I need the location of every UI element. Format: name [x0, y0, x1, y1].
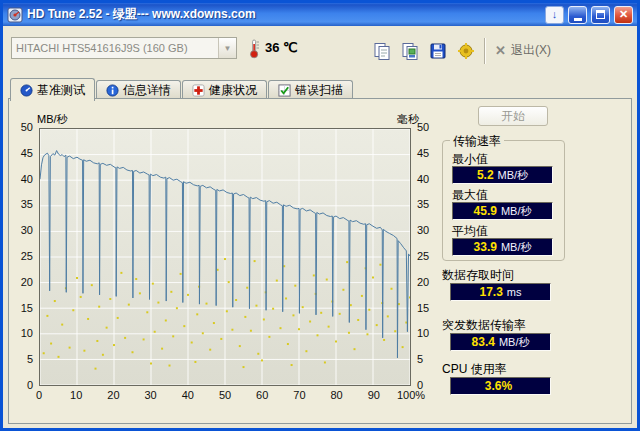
burst-rate-unit: MB/秒 — [499, 335, 530, 350]
benchmark-panel: MB/秒 毫秒 50454035302520151050 50454035302… — [8, 98, 632, 424]
transfer-rate-group-title: 传输速率 — [450, 133, 504, 150]
titlebar[interactable]: HD Tune 2.52 - 绿盟--- www.xdowns.com ↓ ✕ — [3, 3, 637, 26]
max-value-display: 45.9 MB/秒 — [452, 202, 553, 220]
tick-label: 90 — [368, 389, 380, 401]
tick-label: 10 — [417, 327, 429, 339]
tick-label: 30 — [21, 224, 33, 236]
minimize-icon — [574, 18, 582, 21]
min-unit: MB/秒 — [498, 168, 529, 183]
transfer-rate-group: 传输速率 最小值 5.2 MB/秒 最大值 45.9 MB/秒 平均值 33.9… — [442, 140, 565, 261]
tab-health[interactable]: 健康状况 — [182, 80, 267, 100]
tick-label: 25 — [417, 250, 429, 262]
y-axis-left-ticks: 50454035302520151050 — [9, 128, 36, 386]
tick-label: 0 — [27, 379, 33, 391]
minimize-button[interactable] — [568, 6, 587, 24]
copy-text-icon — [373, 42, 391, 60]
drive-select-value: HITACHI HTS541616J9S (160 GB) — [12, 38, 218, 58]
thermometer-icon — [248, 38, 261, 59]
save-icon — [429, 42, 447, 60]
tick-label: 50 — [219, 389, 231, 401]
tick-label: 5 — [27, 353, 33, 365]
tab-benchmark-label: 基准测试 — [37, 82, 85, 99]
right-axis-unit: 毫秒 — [397, 112, 419, 127]
tab-error-scan[interactable]: 错误扫描 — [268, 80, 353, 100]
tick-label: 20 — [21, 276, 33, 288]
tick-label: 60 — [256, 389, 268, 401]
tick-label: 10 — [21, 327, 33, 339]
tick-label: 20 — [417, 276, 429, 288]
tick-label: 50 — [21, 121, 33, 133]
avg-unit: MB/秒 — [501, 240, 532, 255]
tick-label: 45 — [21, 147, 33, 159]
tab-info[interactable]: 信息详情 — [96, 80, 181, 100]
tick-label: 80 — [330, 389, 342, 401]
access-time-unit: ms — [507, 286, 522, 298]
y-axis-right-ticks: 50454035302520151050 — [414, 128, 440, 386]
app-icon — [7, 7, 23, 23]
tick-label: 35 — [21, 198, 33, 210]
tick-label: 25 — [21, 250, 33, 262]
tab-error-scan-label: 错误扫描 — [295, 82, 343, 99]
info-icon — [106, 84, 119, 97]
tick-label: 0 — [36, 389, 42, 401]
tick-label: 100% — [397, 389, 425, 401]
x-axis-ticks: 0102030405060708090100% — [39, 389, 411, 403]
tick-label: 20 — [107, 389, 119, 401]
scan-check-icon — [278, 84, 291, 97]
copy-image-icon — [401, 42, 419, 60]
left-axis-unit: MB/秒 — [37, 112, 68, 127]
maximize-button[interactable] — [591, 6, 610, 24]
options-button[interactable] — [453, 38, 479, 64]
tick-label: 40 — [182, 389, 194, 401]
benchmark-chart-svg — [40, 129, 410, 385]
access-time-label: 数据存取时间 — [442, 267, 514, 284]
options-gear-icon — [457, 42, 475, 60]
start-button[interactable]: 开始 — [478, 106, 548, 126]
tick-label: 5 — [417, 353, 423, 365]
copy-text-button[interactable] — [369, 38, 395, 64]
tab-info-label: 信息详情 — [123, 82, 171, 99]
close-button[interactable]: ✕ — [614, 6, 633, 24]
cpu-usage-display: 3.6% — [450, 377, 551, 395]
cpu-usage-value: 3.6% — [485, 379, 512, 393]
save-button[interactable] — [425, 38, 451, 64]
exit-label: 退出(X) — [511, 42, 551, 59]
access-time-value: 17.3 — [479, 285, 502, 299]
burst-rate-display: 83.4 MB/秒 — [450, 333, 551, 351]
maximize-icon — [596, 10, 605, 19]
tick-label: 50 — [417, 121, 429, 133]
avg-value: 33.9 — [474, 240, 497, 254]
tick-label: 30 — [144, 389, 156, 401]
tab-benchmark[interactable]: 基准测试 — [10, 78, 95, 101]
burst-rate-value: 83.4 — [472, 335, 495, 349]
hdtune-window: HD Tune 2.52 - 绿盟--- www.xdowns.com ↓ ✕ … — [0, 0, 640, 431]
tick-label: 30 — [417, 224, 429, 236]
copy-image-button[interactable] — [397, 38, 423, 64]
chevron-down-icon[interactable]: ▼ — [218, 38, 236, 58]
tick-label: 40 — [21, 173, 33, 185]
tick-label: 45 — [417, 147, 429, 159]
min-value-display: 5.2 MB/秒 — [452, 166, 553, 184]
access-time-display: 17.3 ms — [450, 283, 551, 301]
tick-label: 10 — [70, 389, 82, 401]
tick-label: 70 — [293, 389, 305, 401]
min-value: 5.2 — [477, 168, 494, 182]
exit-x-icon: ✕ — [495, 43, 506, 58]
max-value: 45.9 — [474, 204, 497, 218]
max-unit: MB/秒 — [501, 204, 532, 219]
health-cross-icon — [192, 84, 205, 97]
burst-rate-label: 突发数据传输率 — [442, 317, 526, 334]
temperature-value: 36 ℃ — [265, 40, 298, 55]
download-button[interactable]: ↓ — [545, 6, 564, 24]
tick-label: 35 — [417, 198, 429, 210]
drive-select[interactable]: HITACHI HTS541616J9S (160 GB) ▼ — [11, 37, 237, 59]
toolbar-separator — [484, 38, 486, 64]
tick-label: 40 — [417, 173, 429, 185]
avg-value-display: 33.9 MB/秒 — [452, 238, 553, 256]
tick-label: 15 — [21, 302, 33, 314]
window-title: HD Tune 2.52 - 绿盟--- www.xdowns.com — [27, 6, 541, 23]
exit-button[interactable]: ✕ 退出(X) — [495, 42, 551, 59]
cpu-usage-label: CPU 使用率 — [442, 361, 507, 378]
benchmark-icon — [20, 84, 33, 97]
tab-health-label: 健康状况 — [209, 82, 257, 99]
